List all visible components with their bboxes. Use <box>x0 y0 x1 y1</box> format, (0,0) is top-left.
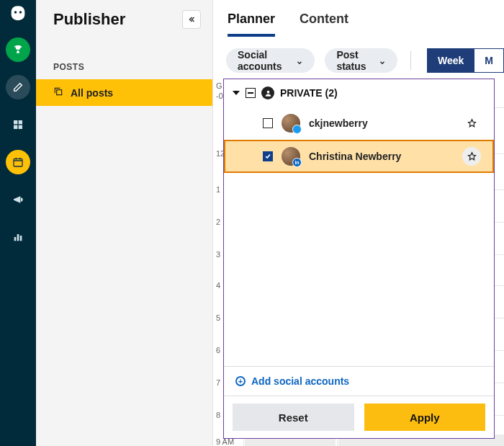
svg-rect-4 <box>14 159 22 166</box>
hootsuite-logo-icon <box>8 4 28 24</box>
nav-compose[interactable] <box>6 75 30 99</box>
caret-down-icon <box>233 91 240 95</box>
social-accounts-panel: PRIVATE (2) ckjnewberry in Christina New… <box>223 79 495 439</box>
chevron-down-icon <box>296 57 303 64</box>
avatar: in <box>282 147 300 166</box>
view-month-button[interactable]: M <box>474 48 504 73</box>
avatar <box>282 114 300 133</box>
nav-promote[interactable] <box>6 187 30 212</box>
nav-analytics[interactable] <box>6 225 30 249</box>
tristate-checkbox-icon[interactable] <box>246 88 256 98</box>
panel-footer: Reset Apply <box>224 396 494 438</box>
toolbar: Social accounts Post status Week M <box>213 37 504 84</box>
svg-rect-5 <box>14 237 17 241</box>
nav-publisher[interactable] <box>6 150 30 174</box>
person-icon <box>261 86 274 99</box>
sidebar: Publisher POSTS All posts <box>36 0 213 446</box>
filter-social-accounts[interactable]: Social accounts <box>226 48 315 73</box>
tz-label: G <box>216 81 222 90</box>
collapse-sidebar-button[interactable] <box>182 10 201 29</box>
view-toggle: Week M <box>427 48 504 73</box>
svg-rect-7 <box>20 236 22 241</box>
twitter-badge-icon <box>292 125 302 134</box>
checkbox[interactable] <box>263 118 273 128</box>
linkedin-badge-icon: in <box>292 158 302 167</box>
account-name: Christina Newberry <box>309 151 401 162</box>
group-label: PRIVATE (2) <box>280 87 338 99</box>
svg-rect-2 <box>14 125 17 129</box>
svg-rect-8 <box>57 90 62 95</box>
checkbox[interactable] <box>263 151 273 161</box>
filter-post-status[interactable]: Post status <box>325 48 397 73</box>
account-group-header[interactable]: PRIVATE (2) <box>224 79 494 107</box>
nav-streams[interactable] <box>6 112 30 137</box>
left-rail <box>0 0 36 446</box>
tab-planner[interactable]: Planner <box>228 12 275 37</box>
account-name: ckjnewberry <box>309 117 368 129</box>
apply-button[interactable]: Apply <box>364 403 486 431</box>
divider <box>410 51 411 70</box>
tab-content[interactable]: Content <box>300 12 348 37</box>
module-title: Publisher <box>53 10 125 29</box>
tabs: Planner Content <box>213 0 504 37</box>
reset-button[interactable]: Reset <box>233 403 354 431</box>
svg-rect-3 <box>19 125 22 129</box>
svg-rect-0 <box>14 120 17 124</box>
svg-rect-6 <box>17 234 19 241</box>
favorite-star-button[interactable] <box>462 114 481 133</box>
sidebar-item-label: All posts <box>71 87 113 99</box>
copy-icon <box>53 86 63 99</box>
plus-circle-icon: + <box>235 376 246 386</box>
svg-point-9 <box>266 90 269 93</box>
svg-rect-1 <box>19 120 22 124</box>
account-row[interactable]: in Christina Newberry <box>224 140 494 173</box>
sidebar-section-label: POSTS <box>36 36 212 79</box>
favorite-star-button[interactable] <box>462 147 481 166</box>
add-social-accounts-link[interactable]: + Add social accounts <box>224 366 494 396</box>
nav-achievements[interactable] <box>6 37 30 62</box>
tz-offset: -0 <box>216 92 223 100</box>
chevron-down-icon <box>379 57 386 64</box>
view-week-button[interactable]: Week <box>427 48 474 73</box>
account-row[interactable]: ckjnewberry <box>224 107 494 140</box>
sidebar-item-all-posts[interactable]: All posts <box>36 79 212 106</box>
